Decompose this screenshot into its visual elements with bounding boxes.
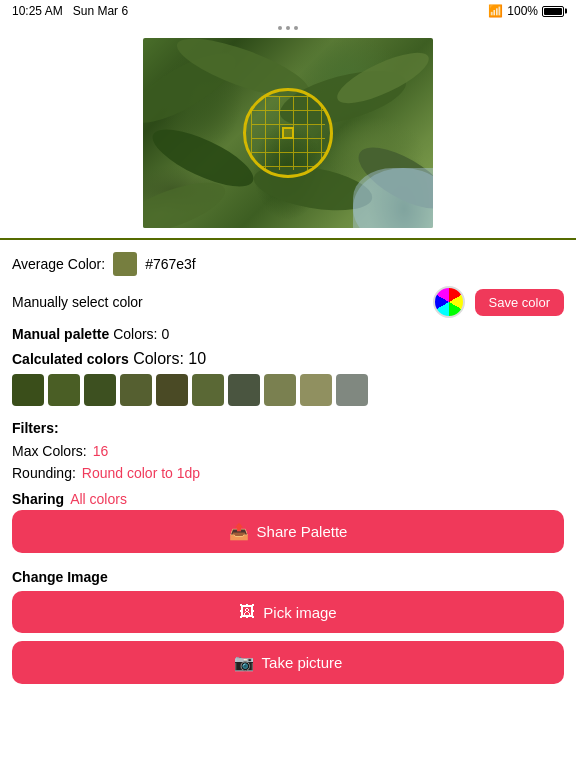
manual-select-row: Manually select color Save color [12, 282, 564, 322]
sharing-value[interactable]: All colors [70, 491, 127, 507]
color-swatch-item[interactable] [228, 374, 260, 406]
target-circle [243, 88, 333, 178]
battery-percent: 100% [507, 4, 538, 18]
color-swatches-row [12, 368, 564, 412]
average-color-hex: #767e3f [145, 256, 196, 272]
image-container [0, 34, 576, 232]
calculated-colors-row: Calculated colors Colors: 10 [12, 346, 564, 416]
color-wheel[interactable] [433, 286, 465, 318]
filters-label: Filters: [12, 420, 564, 440]
save-color-button[interactable]: Save color [475, 289, 564, 316]
rounding-value[interactable]: Round color to 1dp [82, 465, 200, 481]
content-area: Average Color: #767e3f Manually select c… [0, 246, 576, 696]
pick-image-button[interactable]: 🖼 Pick image [12, 591, 564, 633]
camera-preview [143, 38, 433, 228]
status-icons: 📶 100% [488, 4, 564, 18]
rounding-row: Rounding: Round color to 1dp [12, 462, 564, 484]
status-time: 10:25 AM [12, 4, 63, 18]
manual-palette-label: Manual palette Colors: 0 [12, 326, 169, 342]
manual-select-label: Manually select color [12, 294, 143, 310]
calculated-colors-count: Colors: 10 [133, 350, 206, 367]
color-swatch-item[interactable] [84, 374, 116, 406]
rounding-key: Rounding: [12, 465, 76, 481]
sharing-key: Sharing [12, 491, 64, 507]
take-picture-label: Take picture [262, 654, 343, 671]
color-swatch-item[interactable] [192, 374, 224, 406]
max-colors-key: Max Colors: [12, 443, 87, 459]
share-palette-button[interactable]: 📤 Share Palette [12, 510, 564, 553]
average-color-swatch [113, 252, 137, 276]
svg-point-8 [353, 168, 433, 228]
status-time-date: 10:25 AM Sun Mar 6 [12, 4, 128, 18]
status-date: Sun Mar 6 [73, 4, 128, 18]
color-swatch-item[interactable] [156, 374, 188, 406]
average-color-label: Average Color: [12, 256, 105, 272]
share-icon: 📤 [229, 522, 249, 541]
target-center [282, 127, 294, 139]
battery-tip [565, 9, 567, 14]
change-image-label: Change Image [12, 569, 564, 591]
take-picture-button[interactable]: 📷 Take picture [12, 641, 564, 684]
color-selector-right: Save color [433, 286, 564, 318]
max-colors-row: Max Colors: 16 [12, 440, 564, 462]
color-swatch-item[interactable] [12, 374, 44, 406]
share-palette-label: Share Palette [257, 523, 348, 540]
wifi-icon: 📶 [488, 4, 503, 18]
svg-point-7 [350, 136, 433, 221]
status-bar: 10:25 AM Sun Mar 6 📶 100% [0, 0, 576, 22]
change-image-section: Change Image 🖼 Pick image 📷 Take picture [12, 561, 564, 696]
color-swatch-item[interactable] [300, 374, 332, 406]
pick-image-icon: 🖼 [239, 603, 255, 621]
color-swatch-item[interactable] [120, 374, 152, 406]
max-colors-value[interactable]: 16 [93, 443, 109, 459]
color-swatch-item[interactable] [48, 374, 80, 406]
camera-icon: 📷 [234, 653, 254, 672]
average-color-row: Average Color: #767e3f [12, 246, 564, 282]
three-dots-menu[interactable] [0, 22, 576, 34]
sharing-row: Sharing All colors [12, 488, 564, 510]
battery-icon [542, 6, 564, 17]
pick-image-label: Pick image [263, 604, 336, 621]
color-swatch-item[interactable] [264, 374, 296, 406]
filters-section: Filters: Max Colors: 16 Rounding: Round … [12, 416, 564, 488]
manual-palette-count: Colors: 0 [113, 326, 169, 342]
calculated-colors-label: Calculated colors [12, 351, 129, 367]
color-swatch-item[interactable] [336, 374, 368, 406]
battery-fill [544, 8, 562, 15]
manual-palette-row: Manual palette Colors: 0 [12, 322, 564, 346]
main-divider [0, 238, 576, 240]
